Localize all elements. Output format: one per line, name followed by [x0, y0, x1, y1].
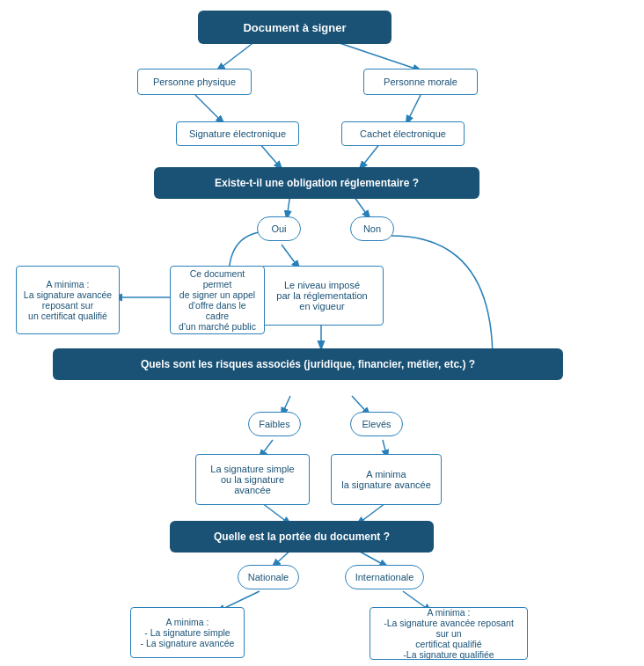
nationale-label: Nationale	[248, 572, 289, 582]
svg-line-8	[282, 245, 299, 268]
non-label: Non	[363, 223, 381, 234]
risques-question-label: Quels sont les risques associés (juridiq…	[141, 358, 475, 370]
flowchart: Document à signer Personne physique Pers…	[0, 0, 644, 31]
svg-line-1	[334, 41, 421, 70]
signature-avancee-certif-label: A minima : La signature avancée reposant…	[24, 279, 112, 321]
nationale-result-node: A minima : - La signature simple - La si…	[130, 607, 245, 658]
signature-simple-avancee-node: La signature simple ou la signature avan…	[195, 454, 310, 505]
svg-line-5	[360, 143, 380, 169]
niveau-impose-node: Le niveau imposé par la réglementation e…	[260, 266, 384, 326]
signature-electronique-node: Signature électronique	[176, 121, 299, 146]
document-a-signer-node: Document à signer	[198, 11, 392, 44]
obligation-question-label: Existe-t-il une obligation réglementaire…	[215, 177, 419, 189]
svg-line-0	[217, 41, 255, 70]
signature-simple-avancee-label: La signature simple ou la signature avan…	[203, 464, 302, 495]
eleves-label: Elevés	[362, 419, 391, 429]
cachet-electronique-label: Cachet électronique	[360, 128, 446, 139]
signature-avancee-min-node: A minima la signature avancée	[331, 454, 442, 505]
nationale-result-label: A minima : - La signature simple - La si…	[141, 617, 235, 648]
personne-morale-label: Personne morale	[384, 77, 457, 87]
signature-avancee-min-label: A minima la signature avancée	[341, 469, 431, 490]
eleves-node: Elevés	[350, 412, 403, 436]
personne-physique-node: Personne physique	[137, 69, 252, 95]
nationale-node: Nationale	[238, 565, 299, 589]
signature-electronique-label: Signature électronique	[189, 128, 286, 139]
svg-line-4	[260, 143, 282, 169]
faibles-node: Faibles	[248, 412, 301, 436]
cachet-electronique-node: Cachet électronique	[341, 121, 465, 146]
personne-morale-node: Personne morale	[363, 69, 478, 95]
personne-physique-label: Personne physique	[153, 77, 236, 87]
internationale-result-label: A minima : -La signature avancée reposan…	[377, 607, 520, 660]
oui-label: Oui	[271, 223, 286, 234]
portee-question-label: Quelle est la portée du document ?	[214, 531, 390, 543]
risques-question-node: Quels sont les risques associés (juridiq…	[53, 348, 563, 380]
svg-line-3	[406, 95, 421, 123]
oui-node: Oui	[257, 216, 301, 241]
signature-avancee-certif-node: A minima : La signature avancée reposant…	[16, 266, 120, 334]
internationale-label: Internationale	[355, 572, 414, 582]
svg-line-2	[195, 95, 223, 123]
portee-question-node: Quelle est la portée du document ?	[170, 521, 434, 553]
niveau-impose-label: Le niveau imposé par la réglementation e…	[276, 280, 367, 311]
appel-offre-label: Ce document permet de signer un appel d'…	[176, 268, 259, 332]
faibles-label: Faibles	[259, 419, 289, 429]
document-a-signer-label: Document à signer	[243, 21, 346, 34]
obligation-question-node: Existe-t-il une obligation réglementaire…	[154, 167, 479, 199]
internationale-result-node: A minima : -La signature avancée reposan…	[370, 607, 528, 660]
non-node: Non	[350, 216, 394, 241]
internationale-node: Internationale	[345, 565, 424, 589]
appel-offre-node: Ce document permet de signer un appel d'…	[170, 266, 265, 334]
